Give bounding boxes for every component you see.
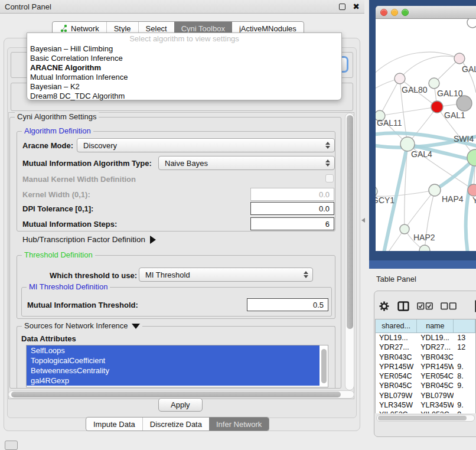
mi-threshold-field[interactable]: 0.5 <box>247 298 328 311</box>
table-panel-title: Table Panel <box>376 275 416 283</box>
combo-spinner-icon <box>303 270 308 279</box>
table-row[interactable]: YBL079WYBL079W <box>376 391 475 400</box>
float-window-icon[interactable] <box>339 4 345 10</box>
network-node-hap4[interactable] <box>429 184 441 196</box>
list-scrollbar[interactable] <box>321 349 327 383</box>
zoom-traffic-icon[interactable] <box>402 9 409 16</box>
gear-icon[interactable] <box>379 301 390 312</box>
apply-button[interactable]: Apply <box>158 398 203 412</box>
hub-definition-toggle[interactable]: Hub/Transcription Factor Definition <box>22 235 156 244</box>
mi-algorithm-type-select[interactable]: Naive Bayes <box>158 156 335 170</box>
column-header-name[interactable]: name <box>417 319 454 332</box>
network-node-bottom[interactable] <box>419 245 430 251</box>
network-edge[interactable] <box>376 229 405 251</box>
network-node-gal7-pink[interactable] <box>454 53 465 64</box>
tab-impute-data[interactable]: Impute Data <box>86 418 142 431</box>
table-row[interactable]: YLR345WYLR345W9. <box>376 400 475 410</box>
algorithm-option[interactable]: Basic Correlation Inference <box>27 54 341 63</box>
network-window-titlebar[interactable] <box>376 6 476 19</box>
show-columns-icon[interactable] <box>397 301 409 311</box>
mi-steps-field[interactable]: 6 <box>250 217 334 230</box>
data-attributes-label: Data Attributes <box>21 334 76 343</box>
table-cell: 9. <box>454 362 475 371</box>
minimize-traffic-icon[interactable] <box>391 9 398 16</box>
network-node-top-outline[interactable] <box>467 19 476 28</box>
tab-label: Network <box>71 24 99 33</box>
select-all-icon[interactable] <box>417 302 433 310</box>
network-node-hap2[interactable] <box>400 224 409 234</box>
table-row[interactable]: YDR27...YDR27...12 <box>376 343 475 352</box>
settings-horizontal-scrollbar[interactable] <box>8 390 354 399</box>
network-node-selected-red[interactable] <box>431 101 443 113</box>
data-attributes-list[interactable]: SelfLoopsTopologicalCoefficientBetweenne… <box>26 345 328 387</box>
tab-discretize-data[interactable]: Discretize Data <box>142 418 209 431</box>
close-icon[interactable]: ✖ <box>353 4 360 10</box>
which-threshold-select[interactable]: MI Threshold <box>139 268 313 282</box>
node-table[interactable]: shared...name YDL19...YDL19...13YDR27...… <box>375 319 476 413</box>
algorithm-option[interactable]: Bayesian – Hill Climbing <box>27 44 341 54</box>
table-cell: 9. <box>454 381 475 390</box>
network-node-salmon[interactable] <box>468 184 476 196</box>
manual-kernel-checkbox[interactable] <box>325 174 334 182</box>
scrollbar-thumb[interactable] <box>11 392 341 397</box>
table-cell: 9. <box>454 410 475 413</box>
table-horizontal-scrollbar[interactable] <box>376 415 475 422</box>
attribute-item-selected[interactable]: BetweennessCentrality <box>27 366 319 376</box>
algorithm-option[interactable]: Bayesian – K2 <box>27 82 341 92</box>
close-traffic-icon[interactable] <box>380 9 387 16</box>
algorithm-option[interactable]: Dream8 DC_TDC Algorithm <box>27 92 341 101</box>
table-row[interactable]: YIL052CYIL052C9. <box>376 410 475 413</box>
combo-spinner-icon <box>325 141 330 149</box>
sources-toggle[interactable]: Sources for Network Inference <box>22 321 142 330</box>
table-cell <box>454 353 475 362</box>
which-threshold-value: MI Threshold <box>145 270 190 279</box>
algorithm-option[interactable]: ARACNE Algorithm <box>27 63 341 73</box>
network-node-gal10[interactable] <box>429 78 439 89</box>
node-label-gal80: GAL80 <box>402 85 428 94</box>
table-row[interactable]: YBR045CYBR045C9. <box>376 381 475 390</box>
attribute-item-selected[interactable]: SelfLoops <box>27 345 319 356</box>
column-header-cut[interactable] <box>454 319 475 332</box>
minimized-window-icon[interactable] <box>5 441 18 450</box>
table-cell: YBR045C <box>417 381 454 390</box>
node-label-hap2: HAP2 <box>413 233 435 242</box>
algorithm-definition-title: Algorithm Definition <box>22 126 93 135</box>
table-cell: 13 <box>454 333 475 343</box>
attribute-item-selected[interactable]: gal4RGexp <box>27 376 319 386</box>
mi-steps-label: Mutual Information Steps: <box>22 220 117 229</box>
node-label-gcy1: GCY1 <box>376 195 395 205</box>
settings-vertical-scrollbar[interactable] <box>345 113 354 390</box>
tab-infer-network[interactable]: Infer Network <box>209 418 269 431</box>
tab-label: jActiveMNodules <box>239 24 296 33</box>
node-label-swi4: SWI4 <box>454 134 474 144</box>
mi-threshold-label: Mutual Information Threshold: <box>27 301 138 309</box>
table-row[interactable]: YDL19...YDL19...13 <box>376 333 475 343</box>
table-cell: YBR043C <box>417 353 454 362</box>
table-cell: YLR345W <box>376 400 417 410</box>
scrollbar-thumb[interactable] <box>347 115 353 329</box>
threshold-definition-title: Threshold Definition <box>22 250 95 259</box>
algorithm-option[interactable]: Mutual Information Inference <box>27 73 341 82</box>
table-row[interactable]: YER054CYER054C8. <box>376 371 475 381</box>
kernel-width-field[interactable]: 0.0 <box>250 188 334 201</box>
network-graph-icon <box>60 24 68 32</box>
table-row[interactable]: YPR145WYPR145W9. <box>376 362 475 371</box>
tab-label: Cyni Toolbox <box>181 24 225 33</box>
table-cell: 8. <box>454 371 475 381</box>
aracne-mode-select[interactable]: Discovery <box>77 138 335 152</box>
tab-label: Style <box>114 24 131 33</box>
column-header-shared...[interactable]: shared... <box>376 319 417 332</box>
network-canvas[interactable]: GALGAL80GAL10GAL1GAL11SWI4GAL4GCY1HAP4YH… <box>376 19 476 251</box>
dpi-tolerance-field[interactable]: 0.0 <box>250 202 334 215</box>
scrollbar-thumb[interactable] <box>378 416 467 420</box>
network-edge[interactable] <box>380 107 437 116</box>
network-node-pink-2[interactable] <box>395 73 405 84</box>
table-header-row: shared...name <box>376 319 475 333</box>
dpi-tolerance-label: DPI Tolerance [0,1]: <box>22 204 93 213</box>
table-row[interactable]: YBR043CYBR043C <box>376 353 475 362</box>
unselect-all-icon[interactable] <box>441 302 457 310</box>
node-label-gal4: GAL4 <box>411 149 432 159</box>
splitter-collapse-icon[interactable] <box>361 218 365 223</box>
attribute-item-selected[interactable]: TopologicalCoefficient <box>27 356 319 366</box>
table-cell: YIL052C <box>417 410 454 413</box>
